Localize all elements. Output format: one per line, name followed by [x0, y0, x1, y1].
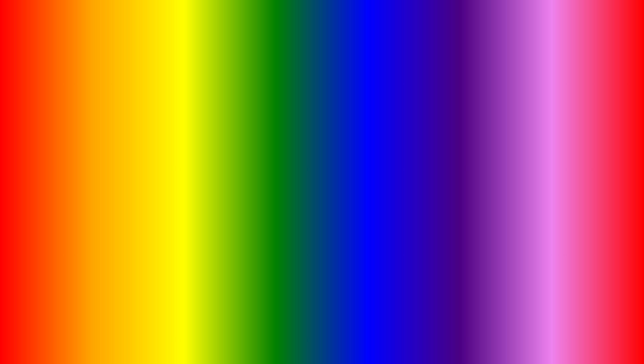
right-brand: Hirimi HUB [469, 110, 492, 115]
left-start-farm-checkbox[interactable] [183, 159, 188, 164]
svg-point-11 [468, 80, 471, 84]
left-start-farm-label: Start Farm [81, 159, 180, 164]
exclaim-marks: !! [430, 95, 449, 122]
right-hud-body: 🌐Teleport 🏰Dungeon 🍎Fruit+Exp 🛒Shop 🔧Mis… [451, 123, 610, 199]
left-sidebar: 🏠Main ⚙Settings 🔫Weapons 🏎Race V4 📊Stats… [34, 123, 63, 193]
right-auto-start-checkbox[interactable] [600, 159, 605, 165]
right-divider-2 [495, 159, 496, 165]
left-section-main-title: Main [67, 127, 190, 131]
lights-string [69, 78, 570, 88]
left-time-label: [Time] : [138, 110, 152, 115]
svg-point-5 [268, 79, 271, 82]
left-ping: [Ping] : 100.626 (10%CV) [138, 115, 190, 119]
left-hud-header: 👤 Hirimi HUB XxArSendxX SCRIPT UPDATE v.… [34, 106, 193, 123]
right-h-icon-2: H [485, 158, 493, 166]
svg-point-2 [168, 81, 171, 84]
background: ✦ ✦ ✦ ★ BLOX FRUITS NO KEY!! [3, 3, 641, 361]
right-brand-info: Hirimi HUB XxArSendxX [469, 110, 492, 119]
sidebar-btn-talonnet[interactable]: 📡Talonnet [35, 183, 62, 191]
svg-point-13 [535, 81, 538, 85]
sidebar-btn-weapons[interactable]: 🔫Weapons [35, 144, 62, 152]
right-script-update: SCRIPT UPDATE v.1 [500, 110, 548, 115]
svg-point-3 [201, 79, 205, 83]
dropdown-arrow-1: ▼ [182, 135, 186, 140]
sidebar-btn-misc[interactable]: 🔧Misc [452, 163, 479, 172]
right-username: XxArSendxX [469, 115, 492, 119]
right-select-dungeon[interactable]: Select Dungeon : Bird: Phoenix ▼ [484, 132, 607, 142]
start-dungeon-button[interactable]: Start Dungeon [484, 170, 607, 181]
title-letter-x: X [255, 6, 291, 61]
logo-text-blox: BLOX [556, 297, 580, 308]
dropdown-arrow-3: ▼ [599, 135, 603, 140]
left-time: [Time] : 09:21:41 [FPS] : 26 [138, 110, 190, 115]
right-auto-buy-chip-checkbox[interactable] [600, 147, 605, 152]
left-fps-label: [FPS] : [172, 110, 184, 115]
sidebar-btn-status[interactable]: 📈Status [452, 173, 479, 181]
left-divider-2 [78, 171, 79, 177]
blox-fruits-logo: ☠ BLOX FRUITS [521, 261, 615, 335]
left-hud-main: Main Select Farm Method : Upper ▼ Select… [63, 123, 193, 193]
logo-skull-icon: ☠ [559, 274, 577, 297]
left-username: XxArSendxX [52, 115, 75, 119]
right-ping-value: 129.327 (15%CV) [578, 115, 607, 119]
left-auto-click-checkbox[interactable] [183, 171, 188, 176]
left-select-farm-method[interactable]: Select Farm Method : Upper ▼ [67, 132, 190, 142]
right-time-value: 09:22:04 [570, 110, 586, 115]
svg-point-0 [101, 80, 104, 83]
left-ping-label: [Ping] : [148, 115, 159, 119]
left-fps-value: 26 [185, 110, 190, 115]
right-fps-value: 18 [602, 110, 607, 115]
right-time-label: [Time] : [556, 110, 569, 115]
right-avatar: 👤 [454, 108, 466, 120]
left-select-mode-farm[interactable]: Select Mode Farm : Level Farm ▼ [67, 144, 190, 154]
right-hrs: Hr(s) : 0 Min(s) : 3 Sec(s) : 41 [500, 115, 548, 119]
left-auto-click-row: H Auto Click (obligatory) [67, 168, 190, 179]
sidebar-btn-dungeon[interactable]: 🏰Dungeon [452, 134, 479, 143]
title-letter-i: I [416, 6, 433, 61]
title-letter-l: L [181, 6, 214, 61]
sidebar-btn-fruitexp[interactable]: 🍎Fruit+Exp [452, 144, 479, 152]
title-letter-t: T [433, 6, 465, 61]
svg-point-1 [134, 79, 138, 82]
right-auto-buy-chip-label: Auto Buy Chip Dungeon [499, 147, 597, 152]
dropdown-arrow-2: ▼ [182, 147, 186, 151]
right-auto-start-label: Auto Start Dungeon [499, 160, 597, 164]
right-time: [Time] : 09:22:04 [FPS] : 18 [556, 110, 607, 115]
title-letter-b: B [143, 6, 181, 61]
main-title: BLOX FRUITS [3, 9, 641, 59]
right-auto-start-row: H Auto Start Dungeon [484, 156, 607, 168]
title-container: BLOX FRUITS [3, 9, 641, 59]
left-section-other-title: Other [67, 181, 190, 185]
sidebar-btn-player[interactable]: 👤Player [35, 173, 62, 181]
bottom-autofarm-text: AUTO FARM [57, 316, 267, 355]
right-ping: [Ping] : 129.327 (15%CV) [556, 115, 607, 119]
left-time-value: 09:21:41 [153, 110, 169, 115]
logo-text-fruits: FRUITS [545, 308, 591, 322]
title-letter-u: U [378, 6, 416, 61]
star-2: ✦ [286, 110, 293, 119]
left-hud-panel: 👤 Hirimi HUB XxArSendxX SCRIPT UPDATE v.… [33, 106, 194, 197]
svg-point-12 [502, 79, 505, 82]
left-h-icon-1: H [68, 158, 75, 165]
left-brand-info: Hirimi HUB XxArSendxX [52, 110, 75, 119]
sidebar-btn-racev4[interactable]: 🏎Race V4 [35, 154, 62, 162]
left-hrs: Hr(s) : 0 Min(s) : 3 Sec(s) : 18 [82, 115, 131, 119]
right-auto-buy-chip-row: H Auto Buy Chip Dungeon [484, 144, 607, 155]
sidebar-btn-shop[interactable]: 🛒Shop [452, 154, 479, 162]
bottom-script-text: SCRIPT [273, 316, 404, 355]
sidebar-btn-settings[interactable]: ⚙Settings [35, 134, 62, 143]
sidebar-btn-stats[interactable]: 📊Stats [35, 163, 62, 172]
left-start-farm-row: H Start Farm [67, 156, 190, 167]
left-header-center: SCRIPT UPDATE v.1 Hr(s) : 0 Min(s) : 3 S… [82, 110, 131, 119]
svg-point-4 [235, 81, 238, 85]
left-avatar: 👤 [37, 108, 49, 120]
svg-point-6 [301, 80, 305, 83]
right-divider-1 [495, 147, 496, 153]
teleport-lab-button[interactable]: Teleport to Lab [484, 184, 607, 195]
title-letter-o: O [214, 6, 255, 61]
sidebar-btn-teleport[interactable]: 🌐Teleport [452, 125, 479, 133]
left-hud-body: 🏠Main ⚙Settings 🔫Weapons 🏎Race V4 📊Stats… [34, 123, 193, 193]
left-script-update: SCRIPT UPDATE v.1 [82, 110, 131, 115]
sidebar-btn-main[interactable]: 🏠Main [35, 125, 62, 133]
left-auto-click-label: Auto Click (obligatory) [81, 171, 180, 176]
